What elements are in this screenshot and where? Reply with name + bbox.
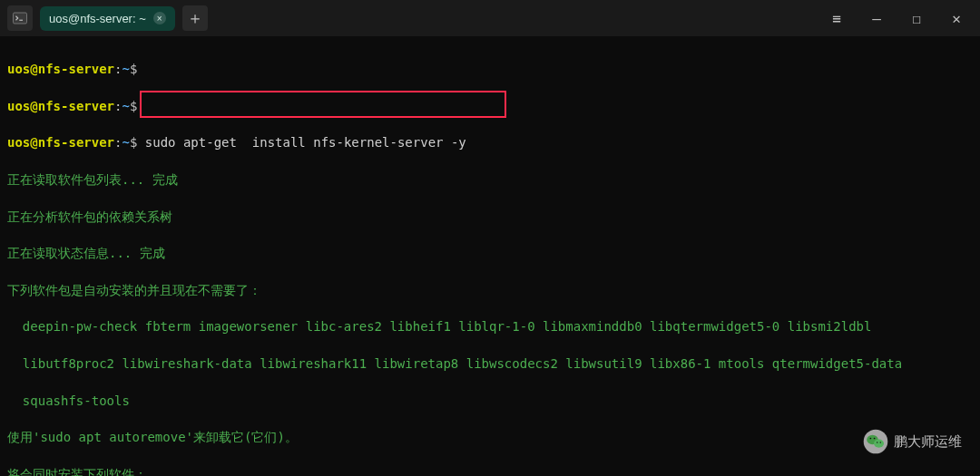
terminal-app-icon [7, 5, 33, 31]
svg-point-6 [874, 438, 876, 440]
terminal-output[interactable]: uos@nfs-server:~$ uos@nfs-server:~$ uos@… [0, 36, 980, 476]
output-line: 使用'sudo apt autoremove'来卸载它(它们)。 [7, 428, 973, 446]
svg-rect-0 [14, 13, 27, 24]
tab-close-button[interactable]: × [153, 12, 166, 24]
menu-icon[interactable]: ≡ [820, 2, 853, 34]
tab-label: uos@nfs-server: ~ [49, 12, 146, 25]
wechat-icon [863, 429, 888, 454]
output-line: squashfs-tools [7, 392, 973, 410]
prompt-line: uos@nfs-server:~$ [7, 60, 973, 78]
window-titlebar: uos@nfs-server: ~ × ＋ ≡ — ☐ ✕ [0, 0, 980, 36]
wechat-watermark: 鹏大师运维 [863, 429, 962, 454]
output-line: 正在分析软件包的依赖关系树 [7, 208, 973, 226]
output-line: 正在读取状态信息... 完成 [7, 244, 973, 262]
prompt-line: uos@nfs-server:~$ sudo apt-get install n… [7, 133, 973, 151]
svg-point-7 [877, 442, 877, 442]
output-line: 正在读取软件包列表... 完成 [7, 170, 973, 189]
svg-point-8 [880, 442, 881, 442]
watermark-text: 鹏大师运维 [894, 433, 962, 451]
minimize-button[interactable]: — [860, 2, 893, 34]
output-line: libutf8proc2 libwireshark-data libwiresh… [7, 355, 973, 373]
new-tab-button[interactable]: ＋ [182, 5, 208, 31]
maximize-button[interactable]: ☐ [900, 2, 933, 34]
prompt-line: uos@nfs-server:~$ [7, 97, 973, 115]
output-line: 下列软件包是自动安装的并且现在不需要了： [7, 281, 973, 299]
svg-point-5 [870, 438, 872, 440]
output-line: 将会同时安装下列软件： [7, 465, 973, 476]
output-line: deepin-pw-check fbterm imageworsener lib… [7, 317, 973, 335]
command-text: sudo apt-get install nfs-kernel-server -… [145, 135, 466, 150]
svg-point-4 [874, 440, 884, 448]
close-button[interactable]: ✕ [940, 2, 973, 34]
tab-terminal[interactable]: uos@nfs-server: ~ × [40, 6, 175, 31]
